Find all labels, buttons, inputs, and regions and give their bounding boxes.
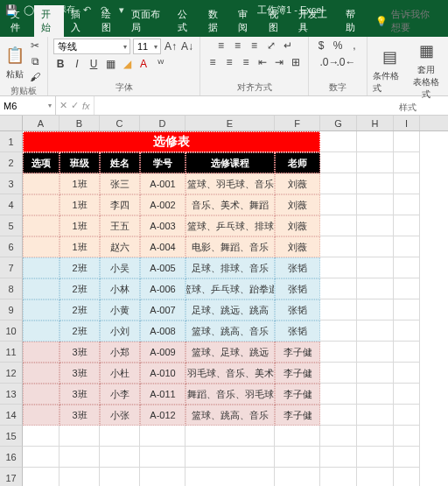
tab-developer[interactable]: 开发工具 [291,5,338,37]
cell[interactable] [357,384,394,405]
cell[interactable] [320,215,357,236]
cell[interactable] [357,405,394,426]
col-header[interactable]: C [100,116,140,130]
cell[interactable] [394,257,420,278]
cell[interactable] [357,342,394,363]
phonetic-button[interactable]: ᵂ [153,57,167,71]
col-header[interactable]: E [186,116,275,130]
table-cell[interactable]: 张韬 [275,320,320,342]
fill-color-button[interactable]: ◢ [120,57,134,71]
table-cell[interactable]: 张韬 [275,299,320,320]
table-cell[interactable]: 羽毛球、音乐、美术 [186,363,275,384]
table-cell[interactable] [23,215,60,236]
table-cell[interactable]: 舞蹈、音乐、羽毛球 [186,384,275,405]
row-header[interactable]: 6 [0,236,23,257]
cell[interactable] [357,257,394,278]
table-cell[interactable]: A-011 [140,384,186,405]
cell[interactable] [394,173,420,194]
table-cell[interactable] [23,173,60,194]
cell[interactable] [357,426,394,447]
table-cell[interactable] [23,320,60,342]
table-cell[interactable]: 2班 [60,278,100,299]
cell[interactable] [320,363,357,384]
italic-button[interactable]: I [70,57,84,71]
table-cell[interactable]: A-008 [140,320,186,342]
cell[interactable] [100,468,140,486]
merge-cells-icon[interactable]: ⊞ [289,55,303,69]
cell[interactable] [320,131,357,152]
table-cell[interactable]: 篮球、足球、跳远 [186,342,275,363]
wrap-text-icon[interactable]: ↵ [281,39,295,53]
name-box[interactable]: M6 [0,96,56,115]
formula-input[interactable] [94,96,448,115]
tab-home[interactable]: 开始 [34,5,65,37]
row-header[interactable]: 10 [0,320,23,342]
increase-font-icon[interactable]: A↑ [164,39,178,53]
table-header-cell[interactable]: 学号 [140,152,186,173]
table-cell[interactable]: 3班 [60,342,100,363]
table-cell[interactable]: 1班 [60,194,100,215]
row-header[interactable]: 7 [0,257,23,278]
cell[interactable] [320,405,357,426]
cell[interactable] [394,405,420,426]
row-header[interactable]: 16 [0,447,23,468]
table-cell[interactable] [23,342,60,363]
table-cell[interactable]: A-002 [140,194,186,215]
currency-icon[interactable]: $ [314,39,328,53]
table-cell[interactable]: 1班 [60,173,100,194]
cell[interactable] [357,299,394,320]
table-header-cell[interactable]: 姓名 [100,152,140,173]
tab-insert[interactable]: 插入 [64,5,94,37]
cell[interactable] [394,426,420,447]
tab-file[interactable]: 文件 [4,5,34,37]
tab-view[interactable]: 视图 [262,5,292,37]
copy-icon[interactable]: ⧉ [28,54,42,68]
table-cell[interactable]: A-007 [140,299,186,320]
bold-button[interactable]: B [53,57,67,71]
table-cell[interactable] [23,278,60,299]
cell[interactable] [320,320,357,342]
table-cell[interactable]: 小林 [100,278,140,299]
comma-icon[interactable]: , [347,39,361,53]
cell[interactable] [186,468,275,486]
cell[interactable] [394,342,420,363]
cell[interactable] [357,236,394,257]
align-right-icon[interactable]: ≡ [239,55,253,69]
table-cell[interactable]: 小张 [100,405,140,426]
cell[interactable] [394,468,420,486]
cell[interactable] [320,447,357,468]
table-cell[interactable]: 王五 [100,215,140,236]
col-header[interactable]: F [275,116,320,130]
align-center-icon[interactable]: ≡ [222,55,236,69]
orientation-icon[interactable]: ⤢ [264,39,278,53]
table-cell[interactable]: A-004 [140,236,186,257]
align-bottom-icon[interactable]: ≡ [248,39,262,53]
tab-review[interactable]: 审阅 [231,5,262,37]
cell[interactable] [357,278,394,299]
row-header[interactable]: 3 [0,173,23,194]
cell[interactable] [394,194,420,215]
table-cell[interactable]: 3班 [60,405,100,426]
cell[interactable] [23,447,60,468]
decrease-font-icon[interactable]: A↓ [180,39,194,53]
cell[interactable] [275,426,320,447]
font-name-select[interactable]: 等线 [53,39,130,54]
cell[interactable] [60,447,100,468]
align-top-icon[interactable]: ≡ [214,39,228,53]
table-header-cell[interactable]: 老师 [275,152,320,173]
cell[interactable] [357,447,394,468]
cell[interactable] [394,384,420,405]
select-all-corner[interactable] [0,116,23,130]
row-header[interactable]: 13 [0,384,23,405]
border-button[interactable]: ▦ [103,57,117,71]
row-header[interactable]: 1 [0,131,23,152]
table-cell[interactable]: 3班 [60,384,100,405]
table-cell[interactable]: 刘薇 [275,173,320,194]
row-header[interactable]: 11 [0,342,23,363]
table-cell[interactable] [23,363,60,384]
table-cell[interactable]: A-005 [140,257,186,278]
table-cell[interactable]: 李子健 [275,363,320,384]
table-cell[interactable]: 赵六 [100,236,140,257]
cell[interactable] [186,426,275,447]
cell[interactable] [394,278,420,299]
